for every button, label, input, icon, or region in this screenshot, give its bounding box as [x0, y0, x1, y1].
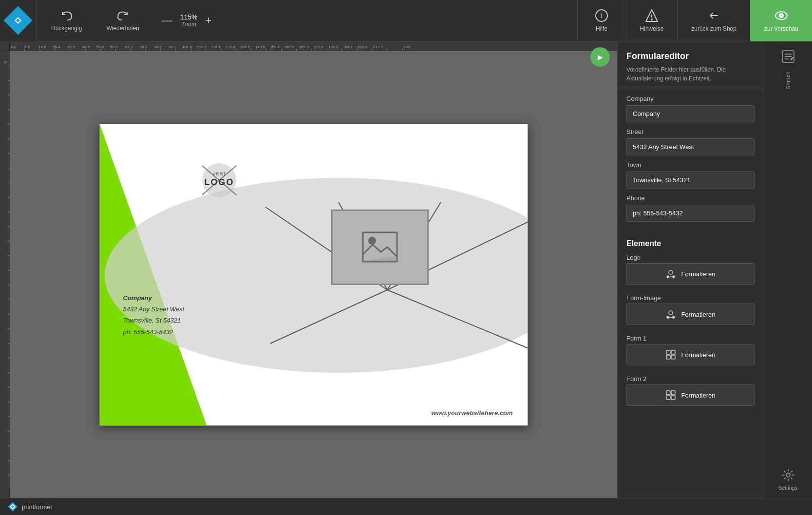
strict-panel: Strict Settings	[763, 41, 812, 498]
zoom-value: 115%	[180, 13, 198, 21]
svg-text:i: i	[601, 11, 603, 19]
svg-point-101	[105, 178, 528, 373]
svg-text:93.1: 93.1	[169, 45, 176, 49]
doc-image-placeholder	[331, 210, 429, 285]
settings-label: Settings	[778, 485, 798, 491]
svg-text:0: 0	[3, 61, 7, 63]
format-form1-icon	[665, 349, 676, 360]
doc-website: www.yourwebsitehere.com	[431, 409, 512, 417]
company-input[interactable]	[626, 105, 755, 122]
svg-text:25.4: 25.4	[53, 45, 60, 49]
svg-text:127.0: 127.0	[226, 45, 236, 49]
svg-point-118	[669, 311, 673, 315]
svg-text:8.5: 8.5	[24, 45, 30, 49]
town-label: Town	[626, 161, 755, 169]
svg-point-7	[651, 19, 652, 20]
form1-format-button[interactable]: Formatieren	[626, 344, 755, 365]
svg-text:110.1: 110.1	[197, 45, 207, 49]
preview-button[interactable]: zur Vorschau	[750, 0, 812, 41]
back-to-shop-button[interactable]: zurück zum Shop	[677, 0, 750, 41]
svg-text:101.6: 101.6	[182, 45, 192, 49]
logo-format-button[interactable]: Formatieren	[626, 263, 755, 285]
svg-text:LOGO: LOGO	[204, 177, 234, 187]
doc-gray-wave	[100, 124, 528, 425]
ruler-left-svg: 0	[0, 51, 10, 490]
hinweise-label: Hinweise	[640, 25, 664, 32]
svg-text:203.2: 203.2	[358, 45, 368, 49]
svg-rect-126	[671, 391, 675, 395]
form-image-format-label: Formatieren	[681, 311, 715, 318]
panel-title: Formulareditor	[626, 51, 755, 61]
zoom-out-button[interactable]: —	[159, 12, 175, 29]
doc-logo-area: insert LOGO	[175, 149, 263, 212]
zoom-control: — 115% Zoom +	[159, 12, 215, 29]
bottom-logo: printformer	[7, 501, 53, 512]
doc-phone: ph: 555-543-5432	[123, 326, 185, 338]
ruler-left: 0	[0, 51, 10, 498]
company-label: Company	[626, 95, 755, 102]
svg-rect-122	[671, 350, 675, 354]
town-input[interactable]	[626, 172, 755, 189]
form2-element-label: Form 2	[618, 371, 763, 384]
svg-text:143.9: 143.9	[255, 45, 265, 49]
svg-rect-127	[666, 396, 670, 400]
svg-text:194.7: 194.7	[343, 45, 353, 49]
svg-point-116	[667, 276, 669, 278]
undo-label: Rückgängig	[51, 25, 82, 32]
undo-button[interactable]: Rückgängig	[46, 5, 87, 36]
settings-icon	[781, 468, 795, 482]
strict-label: Strict	[785, 71, 791, 89]
elements-title: Elemente	[618, 233, 763, 250]
hilfe-button[interactable]: i Hilfe	[577, 0, 626, 41]
svg-line-107	[387, 290, 528, 348]
redo-button[interactable]: Wiederholen	[101, 5, 144, 36]
zoom-label: Zoom	[181, 21, 196, 28]
doc-address2: Townsville, St 54321	[123, 315, 185, 326]
svg-text:84.7: 84.7	[154, 45, 162, 49]
svg-point-133	[786, 473, 790, 477]
street-label: Street	[626, 128, 755, 135]
settings-button[interactable]: Settings	[778, 468, 798, 491]
back-label: zurück zum Shop	[691, 25, 736, 32]
hinweise-button[interactable]: Hinweise	[626, 0, 678, 41]
toolbar-actions: Rückgängig Wiederholen — 115% Zoom +	[37, 5, 577, 36]
format-form2-icon	[665, 390, 676, 401]
strict-label-area: Strict	[785, 71, 791, 89]
right-panel: Formulareditor Vordefinierte Felder hier…	[617, 41, 763, 498]
svg-text:0.0: 0.0	[11, 45, 17, 49]
svg-point-13	[780, 15, 782, 17]
canvas-area: // Will be rendered via JS below 0.0 8.5…	[0, 41, 617, 498]
hilfe-label: Hilfe	[596, 25, 607, 32]
phone-input[interactable]	[626, 205, 755, 222]
toolbar: Rückgängig Wiederholen — 115% Zoom + i H…	[0, 0, 812, 41]
toolbar-right: i Hilfe Hinweise zurück zum Shop	[577, 0, 812, 41]
svg-text:33.9: 33.9	[67, 45, 75, 49]
svg-rect-121	[666, 350, 670, 354]
doc-green-shape	[100, 124, 528, 425]
svg-text:118.5: 118.5	[211, 45, 221, 49]
svg-text:135.5: 135.5	[240, 45, 250, 49]
ruler-top-svg: // Will be rendered via JS below 0.0 8.5…	[10, 41, 617, 51]
strict-icon-area: Strict	[780, 49, 796, 89]
app-title-bottom: printformer	[22, 503, 53, 511]
form2-format-label: Formatieren	[681, 392, 715, 399]
svg-text:42.5: 42.5	[82, 45, 90, 49]
canvas-scroll[interactable]: insert LOGO	[10, 51, 617, 498]
format-form-image-icon	[665, 309, 676, 320]
doc-company-name: Company	[123, 292, 185, 304]
ruler-corner	[0, 41, 10, 51]
form-image-format-button[interactable]: Formatieren	[626, 304, 755, 325]
doc-address1: 5432 Any Street West	[123, 304, 185, 315]
form2-format-button[interactable]: Formatieren	[626, 384, 755, 406]
svg-text:186.3: 186.3	[328, 45, 339, 49]
svg-point-120	[673, 316, 675, 318]
form1-format-label: Formatieren	[681, 351, 715, 359]
svg-text:67.7: 67.7	[125, 45, 133, 49]
logo-diamond	[3, 6, 32, 35]
app-logo	[0, 0, 37, 41]
svg-text:160.9: 160.9	[284, 45, 294, 49]
nav-arrow-button[interactable]	[590, 47, 610, 67]
svg-text:152.4: 152.4	[270, 45, 280, 49]
street-input[interactable]	[626, 138, 755, 155]
zoom-in-button[interactable]: +	[203, 12, 215, 29]
